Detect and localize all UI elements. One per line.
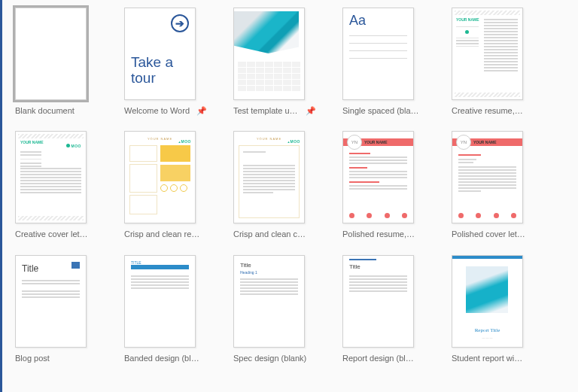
template-label: Student report wi…	[452, 353, 534, 363]
template-label: Report design (bl…	[342, 353, 425, 363]
icon-row	[349, 213, 407, 218]
thumbnail-caption: Report Title	[452, 327, 522, 333]
template-label: Blank document	[15, 105, 98, 116]
template-label: Single spaced (bla…	[342, 105, 425, 116]
app-sidebar	[0, 0, 2, 392]
pin-icon[interactable]: 📌	[306, 106, 316, 116]
template-label: Polished resume,…	[342, 229, 425, 239]
thumbnail[interactable]: YOUR NAME ▲MOO	[233, 131, 305, 223]
template-creative-cover-letter[interactable]: YOUR NAME MOO Creative cover let…	[15, 131, 124, 239]
thumbnail[interactable]: Title	[15, 255, 87, 348]
template-single-spaced[interactable]: Aa Single spaced (bla…	[342, 8, 452, 116]
template-test-template[interactable]: Test template use… 📌	[233, 8, 342, 116]
arrow-right-icon: ➔	[171, 14, 189, 32]
template-label: Crisp and clean c…	[233, 229, 316, 239]
template-label: Blog post	[15, 353, 98, 363]
thumbnail[interactable]: YN YOUR NAME	[452, 131, 523, 223]
thumbnail[interactable]: Aa	[342, 8, 414, 100]
template-spec-design[interactable]: Title Heading 1 Spec design (blank)	[233, 255, 342, 363]
thumbnail-image	[466, 266, 508, 313]
thumbnail-name: YOUR NAME	[20, 140, 44, 144]
thumbnail[interactable]	[15, 8, 87, 100]
thumbnail[interactable]: ➔ Take a tour	[124, 8, 196, 100]
template-creative-resume[interactable]: YOUR NAME Creative resume,…	[452, 8, 561, 116]
thumbnail[interactable]: YOUR NAME ▲MOO	[124, 131, 196, 223]
template-label: Crisp and clean re…	[124, 229, 207, 239]
avatar-circle: YN	[347, 135, 362, 150]
template-student-report[interactable]: Report Title — — — Student report wi…	[452, 255, 561, 363]
thumbnail-title: Title	[240, 262, 251, 269]
thumbnail[interactable]	[233, 8, 305, 100]
image-placeholder-icon	[71, 262, 80, 269]
thumbnail-text: Take a tour	[131, 55, 173, 87]
thumbnail-name: YOUR NAME	[456, 17, 479, 22]
template-report-design[interactable]: Title Report design (bl…	[342, 255, 452, 363]
template-label: Test template use…	[233, 105, 301, 116]
thumbnail-subtitle: Heading 1	[240, 270, 257, 275]
thumbnail[interactable]: YOUR NAME	[452, 8, 523, 100]
thumbnail[interactable]: YN YOUR NAME	[342, 131, 414, 223]
template-label: Banded design (bl…	[124, 353, 207, 363]
template-crisp-clean-resume[interactable]: YOUR NAME ▲MOO Crisp and clean re…	[124, 131, 233, 239]
template-polished-cover-letter[interactable]: YN YOUR NAME Polished cover let…	[452, 131, 561, 239]
thumbnail[interactable]: YOUR NAME MOO	[15, 131, 87, 223]
template-label: Creative cover let…	[15, 229, 98, 239]
template-welcome-to-word[interactable]: ➔ Take a tour Welcome to Word 📌	[124, 8, 233, 116]
template-blank-document[interactable]: Blank document	[15, 8, 124, 116]
template-blog-post[interactable]: Title Blog post	[15, 255, 124, 363]
logo-text: MOO	[291, 139, 300, 144]
template-label: Polished cover let…	[452, 229, 534, 239]
avatar-circle: YN	[456, 135, 471, 150]
thumbnail-name: YOUR NAME	[364, 140, 388, 144]
template-label: Creative resume,…	[452, 105, 534, 116]
template-banded-design[interactable]: TITLE Banded design (bl…	[124, 255, 233, 363]
thumbnail[interactable]: Report Title — — —	[452, 255, 523, 348]
thumbnail-title: Title	[22, 263, 38, 274]
icon-row	[458, 213, 516, 218]
template-gallery: Blank document ➔ Take a tour Welcome to …	[15, 8, 561, 363]
thumbnail[interactable]: TITLE	[124, 255, 196, 348]
template-polished-resume[interactable]: YN YOUR NAME Polished resume,…	[342, 131, 452, 239]
thumbnail-image	[233, 11, 299, 53]
calendar-icon	[238, 62, 300, 96]
thumbnail-title: Title	[349, 263, 360, 270]
thumbnail-text: Aa	[349, 13, 366, 29]
thumbnail-subcaption: — — —	[452, 336, 522, 339]
pin-icon[interactable]: 📌	[196, 106, 207, 116]
template-label: Welcome to Word	[124, 105, 192, 116]
thumbnail[interactable]: Title	[342, 255, 414, 348]
logo-text: MOO	[71, 144, 81, 148]
logo-text: MOO	[181, 139, 191, 144]
thumbnail[interactable]: Title Heading 1	[233, 255, 305, 348]
template-label: Spec design (blank)	[233, 353, 316, 363]
thumbnail-name: YOUR NAME	[473, 140, 497, 144]
template-crisp-clean-cover[interactable]: YOUR NAME ▲MOO Crisp and clean c…	[233, 131, 342, 239]
